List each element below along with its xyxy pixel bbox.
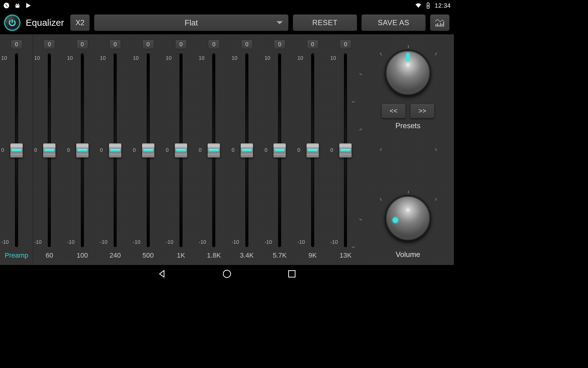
scale-mid: 0 [1,147,4,153]
eq-slider-track[interactable] [48,53,51,247]
eq-band-track-wrap: 10 0 -10 [296,53,329,247]
eq-slider-thumb[interactable] [339,143,352,157]
eq-slider-thumb[interactable] [307,143,319,157]
equalizer-area: 0 10 0 -10 Preamp 0 10 0 -10 60 0 10 0 -… [0,34,362,265]
eq-slider-track[interactable] [344,53,347,247]
nav-back-button[interactable] [157,269,167,280]
preset-prev-button[interactable]: << [381,104,406,118]
eq-slider-track[interactable] [212,53,215,247]
android-head-icon [14,2,21,9]
eq-band-preamp: 0 10 0 -10 Preamp [0,40,33,259]
scale-mid: 0 [232,147,234,153]
eq-band-value[interactable]: 0 [340,40,351,49]
knob-tick [380,198,382,201]
scale-bot: -10 [67,239,75,245]
eq-band-track-wrap: 10 0 -10 [329,53,362,247]
eq-band-label: 13K [340,251,352,259]
svg-point-2 [16,5,17,6]
x2-toggle-button[interactable]: X2 [70,14,90,31]
reset-button[interactable]: RESET [293,14,357,31]
page-title: Equalizer [26,17,64,28]
eq-band-value[interactable]: 0 [109,40,121,49]
eq-band-label: 3.4K [240,251,254,259]
preamp-divider [33,34,33,265]
power-icon [8,18,17,27]
scale-top: 10 [67,55,73,61]
eq-band-track-wrap: 10 0 -10 [164,53,197,247]
eq-band-value[interactable]: 0 [208,40,220,49]
eq-slider-track[interactable] [311,53,314,247]
right-column: << >> Presets Volume [362,34,454,265]
svg-rect-8 [435,24,436,27]
wifi-icon [415,2,422,9]
eq-band-500: 0 10 0 -10 500 [132,40,164,259]
eq-band-label: Preamp [5,251,28,259]
eq-slider-track[interactable] [147,53,150,247]
eq-band-value[interactable]: 0 [142,40,154,49]
eq-band-track-wrap: 10 0 -10 [198,53,230,247]
scale-bot: -10 [133,239,141,245]
eq-slider-thumb[interactable] [76,143,89,157]
eq-band-track-wrap: 10 0 -10 [230,53,263,247]
volume-knob[interactable] [385,195,431,241]
eq-band-1_8k: 0 10 0 -10 1.8K [198,40,230,259]
eq-slider-thumb[interactable] [142,143,154,157]
scale-mid: 0 [166,147,168,153]
eq-band-label: 240 [110,251,121,259]
svg-line-5 [18,3,19,5]
eq-slider-thumb[interactable] [109,143,121,157]
eq-slider-track[interactable] [114,53,117,247]
scale-bot: -10 [199,239,206,245]
svg-line-4 [16,3,17,5]
eq-slider-track[interactable] [81,53,84,247]
preset-next-button[interactable]: >> [410,104,435,118]
scale-top: 10 [330,55,336,61]
eq-band-value[interactable]: 0 [175,40,187,49]
android-nav-bar [0,265,454,284]
eq-slider-thumb[interactable] [10,143,23,157]
scale-mid: 0 [330,147,333,153]
nav-home-button[interactable] [222,269,232,280]
eq-band-label: 1.8K [207,251,221,259]
eq-slider-track[interactable] [15,53,18,247]
eq-slider-thumb[interactable] [273,143,286,157]
scale-bot: -10 [232,239,239,245]
scale-bot: -10 [166,239,173,245]
eq-band-value[interactable]: 0 [43,40,55,49]
nav-recents-button[interactable] [287,269,297,280]
eq-band-track-wrap: 10 0 -10 [33,53,66,247]
scale-top: 10 [232,55,237,61]
scale-mid: 0 [265,147,267,153]
triangle-back-icon [157,269,167,279]
app-toolbar: Equalizer X2 Flat RESET SAVE AS [0,11,454,34]
status-clock: 12:34 [435,2,451,9]
eq-slider-track[interactable] [278,53,281,247]
balance-knob[interactable] [385,50,431,96]
eq-band-label: 5.7K [273,251,287,259]
eq-slider-thumb[interactable] [241,143,253,157]
eq-band-track-wrap: 10 0 -10 [132,53,164,247]
eq-slider-track[interactable] [179,53,183,247]
eq-band-value[interactable]: 0 [77,40,88,49]
svg-rect-11 [440,23,441,27]
spectrum-view-button[interactable] [430,14,450,31]
knob-tick [352,102,355,102]
eq-slider-thumb[interactable] [175,143,187,157]
eq-band-value[interactable]: 0 [274,40,285,49]
eq-slider-track[interactable] [245,53,248,247]
eq-slider-thumb[interactable] [43,143,55,157]
knob-tick [352,247,355,248]
scale-mid: 0 [34,147,37,153]
scale-top: 10 [133,55,139,61]
eq-slider-thumb[interactable] [208,143,220,157]
eq-band-value[interactable]: 0 [11,40,22,49]
eq-band-value[interactable]: 0 [241,40,253,49]
eq-band-label: 500 [142,251,154,259]
preset-select-value: Flat [185,18,198,28]
power-toggle-button[interactable] [4,15,20,31]
preset-select[interactable]: Flat [94,14,288,31]
knob-tick [380,148,382,151]
eq-band-value[interactable]: 0 [307,40,318,49]
scale-mid: 0 [100,147,103,153]
save-as-button[interactable]: SAVE AS [361,14,426,31]
